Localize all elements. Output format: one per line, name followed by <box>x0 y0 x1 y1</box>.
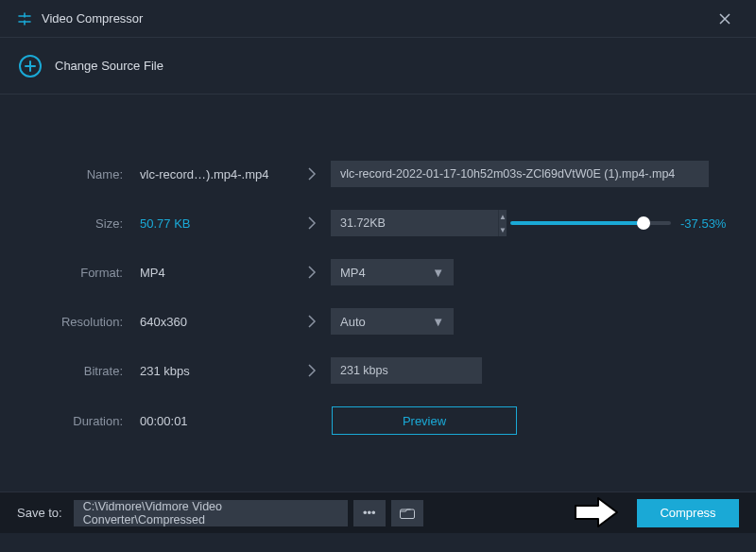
window-title: Video Compressor <box>42 11 143 26</box>
settings-panel: Name: vlc-record…).mp4-.mp4 Size: 50.77 … <box>0 95 756 435</box>
row-size: Size: 50.77 KB ▲ ▼ -37.53% <box>28 210 728 236</box>
app-icon <box>17 11 32 26</box>
compress-button[interactable]: Compress <box>637 499 739 527</box>
footer-bar: Save to: C:\Vidmore\Vidmore Video Conver… <box>0 492 756 533</box>
resolution-select-value: Auto <box>340 315 366 329</box>
label-duration: Duration: <box>28 414 123 428</box>
spinner-down[interactable]: ▼ <box>499 223 507 236</box>
size-slider[interactable] <box>510 221 643 225</box>
row-format: Format: MP4 MP4 ▼ <box>28 259 728 285</box>
row-resolution: Resolution: 640x360 Auto ▼ <box>28 308 728 335</box>
format-value: MP4 <box>123 266 293 280</box>
row-bitrate: Bitrate: 231 kbps <box>28 357 728 384</box>
chevron-right-icon <box>293 315 331 328</box>
change-source-row[interactable]: Change Source File <box>0 38 756 95</box>
label-resolution: Resolution: <box>28 315 123 329</box>
chevron-down-icon: ▼ <box>432 266 444 280</box>
duration-value: 00:00:01 <box>123 414 293 428</box>
name-short: vlc-record…).mp4-.mp4 <box>123 167 293 181</box>
open-folder-button[interactable] <box>391 500 423 526</box>
add-icon[interactable] <box>19 55 42 78</box>
output-name-input[interactable] <box>331 161 709 187</box>
chevron-down-icon: ▼ <box>432 315 444 329</box>
label-bitrate: Bitrate: <box>28 364 123 378</box>
format-select-value: MP4 <box>340 266 366 280</box>
bitrate-target-input[interactable] <box>331 357 482 384</box>
resolution-value: 640x360 <box>123 315 293 329</box>
preview-button-label: Preview <box>403 414 446 428</box>
chevron-right-icon <box>293 266 331 279</box>
size-percent: -37.53% <box>680 216 726 231</box>
compress-button-label: Compress <box>660 506 715 520</box>
browse-button[interactable]: ••• <box>353 500 386 526</box>
resolution-select[interactable]: Auto ▼ <box>331 308 454 335</box>
label-name: Name: <box>28 167 123 181</box>
size-original: 50.77 KB <box>123 216 293 231</box>
slider-thumb[interactable] <box>637 216 650 230</box>
chevron-right-icon <box>293 167 331 181</box>
format-select[interactable]: MP4 ▼ <box>331 259 454 285</box>
chevron-right-icon <box>293 216 331 230</box>
change-source-label[interactable]: Change Source File <box>55 59 163 73</box>
size-target-stepper[interactable]: ▲ ▼ <box>331 210 454 236</box>
size-target-input[interactable] <box>331 210 498 236</box>
row-duration: Duration: 00:00:01 Preview <box>28 406 728 435</box>
spinner-up[interactable]: ▲ <box>499 210 507 223</box>
more-icon: ••• <box>363 506 376 520</box>
save-path-field[interactable]: C:\Vidmore\Vidmore Video Converter\Compr… <box>74 500 348 526</box>
label-format: Format: <box>28 266 123 280</box>
row-name: Name: vlc-record…).mp4-.mp4 <box>28 161 728 187</box>
chevron-right-icon <box>293 364 331 377</box>
svg-rect-0 <box>400 509 414 519</box>
folder-icon <box>400 508 415 519</box>
label-size: Size: <box>28 216 123 231</box>
save-to-label: Save to: <box>17 506 62 520</box>
close-button[interactable] <box>711 5 739 33</box>
save-path-text: C:\Vidmore\Vidmore Video Converter\Compr… <box>83 500 338 526</box>
bitrate-value: 231 kbps <box>123 364 293 378</box>
title-bar: Video Compressor <box>0 0 756 38</box>
preview-button[interactable]: Preview <box>332 406 517 435</box>
